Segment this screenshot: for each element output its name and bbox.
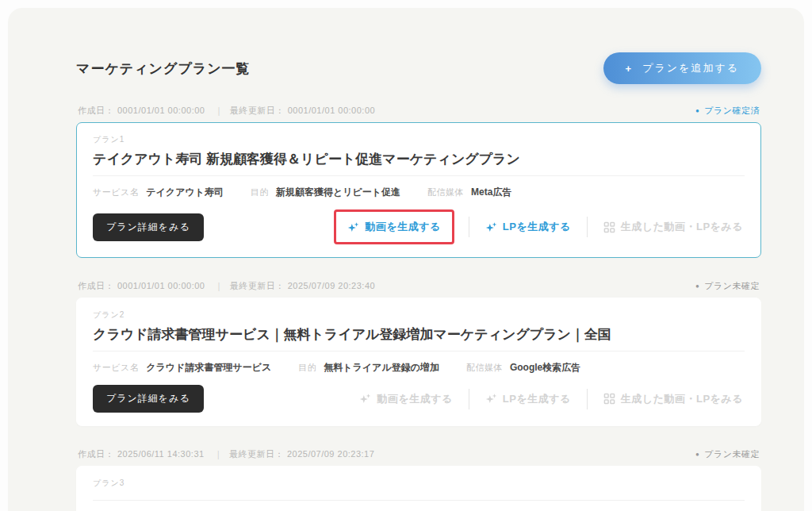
highlight-box: 動画を生成する <box>334 209 454 244</box>
created-value: 0001/01/01 00:00:00 <box>117 106 205 115</box>
purpose-value: 新規顧客獲得とリピート促進 <box>276 186 400 199</box>
vertical-divider <box>469 217 469 237</box>
service-label: サービス名 <box>93 362 139 374</box>
created-label: 作成日： <box>78 281 114 290</box>
status-label: プラン確定済 <box>704 105 760 117</box>
status-dot-icon: ● <box>695 282 699 290</box>
date-separator: ｜ <box>214 449 223 459</box>
created-value: 0001/01/01 00:00:00 <box>117 281 205 290</box>
plan-dates: 作成日：2025/06/11 14:30:31｜最終更新日：2025/07/09… <box>78 448 377 460</box>
purpose-value: 無料トライアル登録の増加 <box>324 361 439 375</box>
purpose-label: 目的 <box>251 186 269 198</box>
card-divider <box>93 175 745 176</box>
page-title: マーケティングプラン一覧 <box>76 60 251 78</box>
service-label: サービス名 <box>93 186 139 198</box>
plan-title: テイクアウト寿司 新規顧客獲得＆リピート促進マーケティングプラン <box>93 150 745 168</box>
status-badge: ● プラン未確定 <box>695 280 760 292</box>
date-separator: ｜ <box>214 281 223 290</box>
plan-detail-button[interactable]: プラン詳細をみる <box>93 385 204 413</box>
generate-video-button: 動画を生成する <box>358 389 454 409</box>
status-label: プラン未確定 <box>704 280 760 292</box>
media-value: Meta広告 <box>471 186 511 199</box>
plan-number-label: プラン1 <box>93 134 745 145</box>
plan-meta-row: サービス名 クラウド請求書管理サービス 目的 無料トライアル登録の増加 配信媒体… <box>93 361 745 375</box>
generate-lp-label: LPを生成する <box>503 392 571 406</box>
generate-video-label: 動画を生成する <box>365 220 440 234</box>
created-label: 作成日： <box>78 106 114 115</box>
view-generated-label: 生成した動画・LPをみる <box>621 392 743 406</box>
view-generated-button: 生成した動画・LPをみる <box>602 217 745 237</box>
plan-meta-row: サービス名 テイクアウト寿司 目的 新規顧客獲得とリピート促進 配信媒体 Met… <box>93 186 745 199</box>
created-label: 作成日： <box>78 449 114 459</box>
plan-number-label: プラン2 <box>93 309 745 321</box>
plan-card-2: プラン2 クラウド請求書管理サービス｜無料トライアル登録増加マーケティングプラン… <box>76 298 761 426</box>
plan-card-3: プラン3 サービス名 フェイシャルエステコース（5回チケット） 目的 新規顧客の… <box>76 466 761 511</box>
add-plan-label: プランを追加する <box>642 61 739 75</box>
plan-title: クラウド請求書管理サービス｜無料トライアル登録増加マーケティングプラン｜全国 <box>93 325 745 344</box>
status-badge: ● プラン未確定 <box>695 448 760 460</box>
date-separator: ｜ <box>214 106 223 115</box>
view-generated-button: 生成した動画・LPをみる <box>602 389 745 409</box>
add-plan-button[interactable]: + プランを追加する <box>603 52 761 84</box>
plan-section-3: 作成日：2025/06/11 14:30:31｜最終更新日：2025/07/09… <box>76 448 761 511</box>
status-dot-icon: ● <box>695 451 699 458</box>
status-dot-icon: ● <box>695 107 699 114</box>
plan-dates: 作成日：0001/01/01 00:00:00｜最終更新日：2025/07/09… <box>78 280 378 292</box>
plan-detail-button[interactable]: プラン詳細をみる <box>93 213 204 241</box>
card-divider <box>93 351 745 352</box>
updated-label: 最終更新日： <box>229 449 284 459</box>
sparkles-icon <box>347 221 359 233</box>
vertical-divider <box>469 389 469 409</box>
plan-section-1: 作成日：0001/01/01 00:00:00｜最終更新日：0001/01/01… <box>76 105 761 258</box>
purpose-label: 目的 <box>298 362 316 374</box>
page-header: マーケティングプラン一覧 + プランを追加する <box>76 52 761 84</box>
generate-lp-button[interactable]: LPを生成する <box>484 217 573 237</box>
created-value: 2025/06/11 14:30:31 <box>117 449 205 459</box>
updated-value: 2025/07/09 20:23:17 <box>287 449 374 459</box>
updated-value: 2025/07/09 20:23:40 <box>288 281 375 290</box>
media-label: 配信媒体 <box>466 362 503 374</box>
plan-section-2: 作成日：0001/01/01 00:00:00｜最終更新日：2025/07/09… <box>76 280 761 426</box>
plan-dates: 作成日：0001/01/01 00:00:00｜最終更新日：0001/01/01… <box>78 105 378 117</box>
generate-lp-label: LPを生成する <box>503 220 571 234</box>
media-value: Google検索広告 <box>510 361 580 375</box>
status-badge: ● プラン確定済 <box>695 105 760 117</box>
grid-icon <box>603 221 615 233</box>
service-value: テイクアウト寿司 <box>146 186 224 199</box>
card-divider <box>93 500 745 501</box>
updated-label: 最終更新日： <box>230 106 285 115</box>
sparkles-icon <box>485 221 497 233</box>
generate-lp-button: LPを生成する <box>484 389 573 409</box>
vertical-divider <box>587 217 588 237</box>
vertical-divider <box>587 389 588 409</box>
plan-number-label: プラン3 <box>93 478 745 489</box>
view-generated-label: 生成した動画・LPをみる <box>621 220 743 234</box>
generate-video-label: 動画を生成する <box>377 392 452 406</box>
plus-icon: + <box>626 63 634 75</box>
sparkles-icon <box>359 393 371 405</box>
service-value: クラウド請求書管理サービス <box>146 361 271 375</box>
generate-video-button[interactable]: 動画を生成する <box>346 217 442 237</box>
grid-icon <box>603 393 615 405</box>
updated-label: 最終更新日： <box>230 281 285 290</box>
status-label: プラン未確定 <box>704 448 760 460</box>
media-label: 配信媒体 <box>427 186 464 198</box>
main-panel: マーケティングプラン一覧 + プランを追加する 作成日：0001/01/01 0… <box>8 8 804 511</box>
sparkles-icon <box>485 393 497 405</box>
updated-value: 0001/01/01 00:00:00 <box>288 106 375 115</box>
plan-card-1: プラン1 テイクアウト寿司 新規顧客獲得＆リピート促進マーケティングプラン サー… <box>76 122 761 258</box>
